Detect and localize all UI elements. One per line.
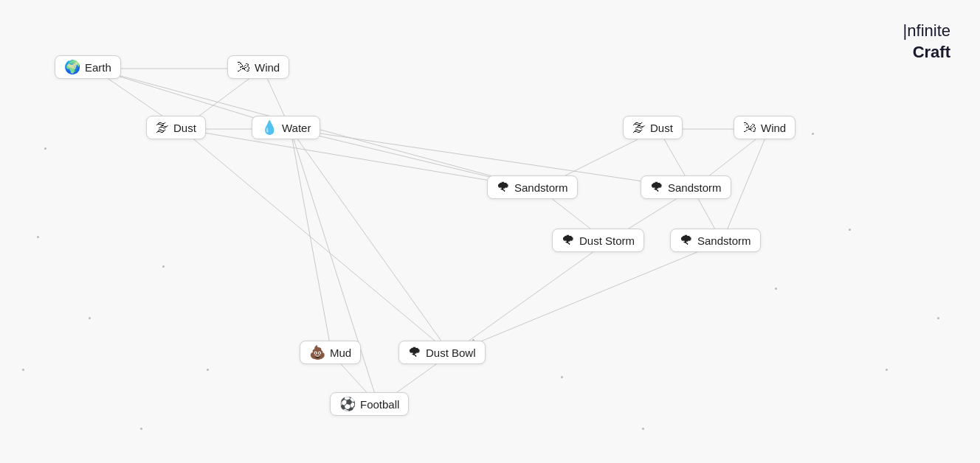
mud-label: Mud: [330, 347, 351, 359]
background-dot-12: [22, 369, 24, 371]
node-sandstorm3[interactable]: 🌪Sandstorm: [670, 229, 761, 252]
background-dot-10: [642, 428, 644, 430]
dust1-icon: 🌫: [156, 121, 169, 134]
background-dot-4: [44, 147, 46, 150]
background-dot-11: [812, 133, 814, 135]
earth-label: Earth: [85, 61, 111, 74]
duststorm-icon: 🌪: [562, 234, 575, 247]
sandstorm1-icon: 🌪: [497, 181, 510, 194]
sandstorm3-label: Sandstorm: [697, 234, 751, 247]
background-dot-8: [849, 229, 851, 231]
dust2-label: Dust: [650, 122, 673, 134]
node-wind2[interactable]: 🌬Wind: [734, 116, 796, 139]
dust1-label: Dust: [173, 122, 196, 134]
node-sandstorm2[interactable]: 🌪Sandstorm: [641, 175, 731, 199]
water-icon: 💧: [261, 121, 277, 134]
sandstorm1-label: Sandstorm: [514, 181, 568, 194]
background-dot-3: [207, 369, 209, 371]
connections-layer: [0, 0, 980, 463]
sandstorm3-icon: 🌪: [680, 234, 693, 247]
duststorm-label: Dust Storm: [579, 234, 635, 247]
background-dot-14: [937, 317, 939, 319]
earth-icon: 🌍: [64, 60, 80, 74]
football-label: Football: [360, 398, 399, 411]
node-water[interactable]: 💧Water: [252, 116, 320, 139]
node-dustbowl[interactable]: 🌪Dust Bowl: [398, 341, 486, 364]
dustbowl-icon: 🌪: [408, 346, 421, 359]
node-wind1[interactable]: 🌬Wind: [227, 55, 289, 79]
wind2-icon: 🌬: [743, 121, 756, 134]
sandstorm2-icon: 🌪: [650, 181, 663, 194]
node-earth[interactable]: 🌍Earth: [55, 55, 121, 79]
app-logo: |nfiniteCraft: [903, 21, 950, 63]
connection-dust1-dustbowl: [182, 129, 451, 354]
node-sandstorm1[interactable]: 🌪Sandstorm: [487, 175, 578, 199]
infinite-craft-canvas: |nfiniteCraft 🌍Earth🌬Wind🌫Dust💧Water🌫Dus…: [0, 0, 980, 463]
connection-water-dustbowl: [291, 129, 451, 354]
wind1-icon: 🌬: [237, 60, 250, 74]
sandstorm2-label: Sandstorm: [668, 181, 722, 194]
connection-dust1-sandstorm1: [182, 129, 539, 189]
wind2-label: Wind: [761, 122, 786, 134]
mud-icon: 💩: [309, 346, 325, 359]
football-icon: ⚽: [339, 397, 356, 411]
wind1-label: Wind: [255, 61, 280, 74]
node-duststorm[interactable]: 🌪Dust Storm: [552, 229, 644, 252]
connection-sandstorm3-dustbowl: [451, 242, 722, 354]
connection-water-mud: [291, 129, 332, 354]
dust2-icon: 🌫: [632, 121, 646, 134]
connection-duststorm-dustbowl: [451, 242, 608, 354]
dustbowl-label: Dust Bowl: [426, 347, 476, 359]
node-mud[interactable]: 💩Mud: [300, 341, 361, 364]
background-dot-13: [140, 428, 142, 430]
background-dot-7: [775, 288, 777, 290]
background-dot-1: [89, 317, 91, 319]
node-dust1[interactable]: 🌫Dust: [146, 116, 206, 139]
node-dust2[interactable]: 🌫Dust: [623, 116, 683, 139]
background-dot-2: [162, 265, 165, 268]
background-dot-0: [37, 236, 39, 238]
node-football[interactable]: ⚽Football: [330, 392, 409, 416]
water-label: Water: [282, 122, 311, 134]
background-dot-9: [886, 369, 888, 371]
background-dot-6: [561, 376, 563, 378]
